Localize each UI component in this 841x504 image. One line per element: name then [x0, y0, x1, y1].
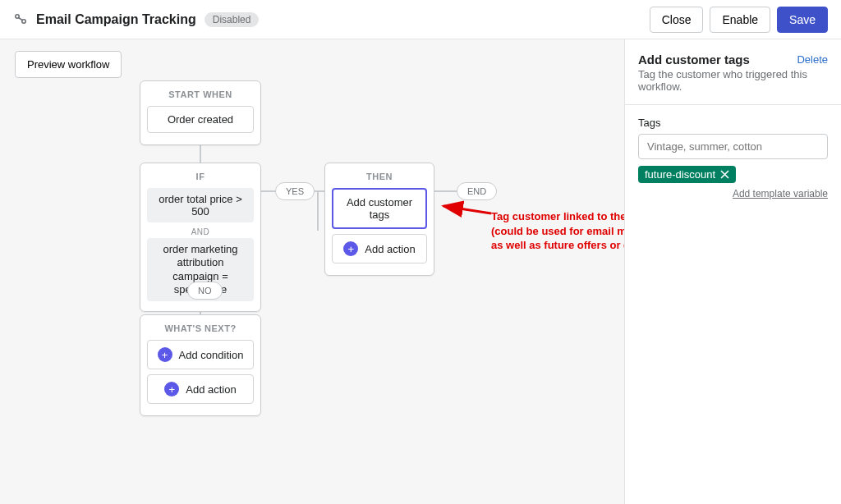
start-trigger[interactable]: Order created [147, 106, 254, 133]
whats-next-node[interactable]: WHAT'S NEXT? + Add condition + Add actio… [140, 314, 261, 416]
if-node-title: IF [140, 163, 260, 188]
tag-chip[interactable]: future-discount [638, 166, 736, 183]
connector-vertical [317, 190, 319, 231]
enable-button[interactable]: Enable [710, 7, 770, 33]
svg-line-2 [19, 17, 23, 20]
panel-title: Add customer tags [638, 53, 750, 66]
page-title: Email Campaign Tracking [36, 12, 196, 27]
then-add-action-button[interactable]: + Add action [332, 234, 427, 263]
app-header: Email Campaign Tracking Disabled Close E… [0, 0, 841, 39]
then-action[interactable]: Add customer tags [332, 188, 427, 229]
annotation-arrows [0, 39, 624, 504]
close-button[interactable]: Close [650, 7, 704, 33]
connector-spacer [317, 231, 319, 233]
and-label: AND [147, 226, 254, 238]
start-node-title: START WHEN [140, 81, 260, 106]
save-button[interactable]: Save [777, 7, 828, 33]
then-node[interactable]: THEN Add customer tags + Add action [324, 163, 434, 276]
properties-panel: Add customer tags Delete Tag the custome… [624, 39, 841, 504]
tags-label: Tags [638, 117, 828, 129]
plus-icon: + [158, 347, 172, 362]
preview-workflow-button[interactable]: Preview workflow [15, 51, 122, 78]
add-action-button[interactable]: + Add action [147, 374, 254, 404]
tag-chip-label: future-discount [645, 168, 715, 181]
svg-line-4 [443, 206, 491, 213]
close-icon[interactable] [720, 170, 729, 179]
plus-icon: + [343, 241, 358, 256]
then-add-action-label: Add action [365, 243, 415, 255]
add-condition-label: Add condition [179, 349, 244, 361]
condition-1[interactable]: order total price > 500 [147, 188, 254, 222]
no-pill: NO [187, 282, 223, 300]
workflow-canvas[interactable]: Preview workflow START WHEN Order create… [0, 39, 624, 504]
panel-description: Tag the customer who triggered this work… [638, 68, 828, 93]
plus-icon: + [164, 382, 179, 396]
yes-pill: YES [275, 182, 315, 200]
panel-divider [625, 104, 841, 105]
then-node-title: THEN [325, 163, 434, 188]
connector-vertical [200, 143, 201, 163]
status-badge: Disabled [205, 12, 260, 27]
whats-next-title: WHAT'S NEXT? [140, 315, 260, 340]
add-condition-button[interactable]: + Add condition [147, 340, 254, 369]
delete-link[interactable]: Delete [797, 53, 828, 66]
tags-input[interactable] [638, 134, 828, 159]
workflow-icon [13, 12, 28, 27]
start-node[interactable]: START WHEN Order created [140, 80, 261, 145]
end-pill: END [457, 182, 497, 200]
add-template-variable-link[interactable]: Add template variable [638, 188, 828, 199]
add-action-label: Add action [186, 383, 236, 396]
